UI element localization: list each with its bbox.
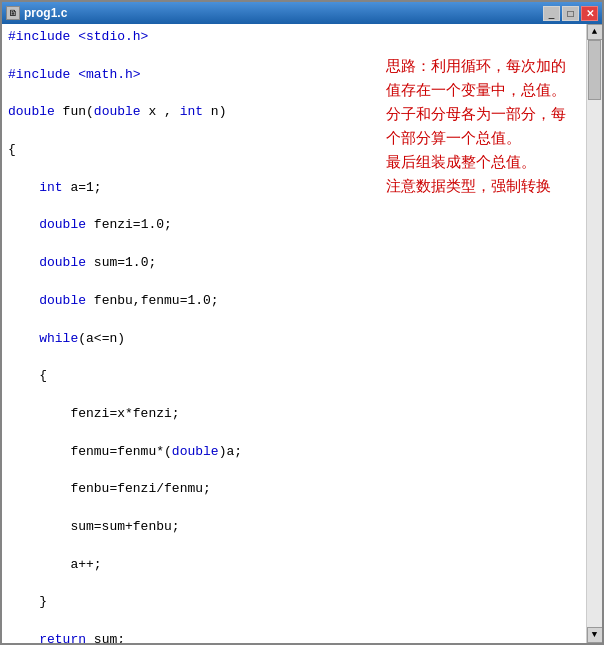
scroll-up-arrow[interactable]: ▲ (587, 24, 603, 40)
close-button[interactable]: ✕ (581, 6, 598, 21)
window-title: prog1.c (24, 6, 67, 20)
minimize-button[interactable]: _ (543, 6, 560, 21)
code-content: #include <stdio.h> #include <math.h> dou… (2, 24, 586, 643)
main-window: 🗎 prog1.c _ □ ✕ #include <stdio.h> #incl… (0, 0, 604, 645)
vertical-scrollbar[interactable]: ▲ ▼ (586, 24, 602, 643)
content-area: #include <stdio.h> #include <math.h> dou… (2, 24, 602, 643)
code-area[interactable]: #include <stdio.h> #include <math.h> dou… (2, 24, 586, 643)
scroll-down-arrow[interactable]: ▼ (587, 627, 603, 643)
window-icon: 🗎 (6, 6, 20, 20)
maximize-button[interactable]: □ (562, 6, 579, 21)
title-bar-left: 🗎 prog1.c (6, 6, 67, 20)
title-buttons: _ □ ✕ (543, 6, 598, 21)
scroll-track[interactable] (587, 40, 602, 627)
scroll-thumb[interactable] (588, 40, 601, 100)
title-bar: 🗎 prog1.c _ □ ✕ (2, 2, 602, 24)
